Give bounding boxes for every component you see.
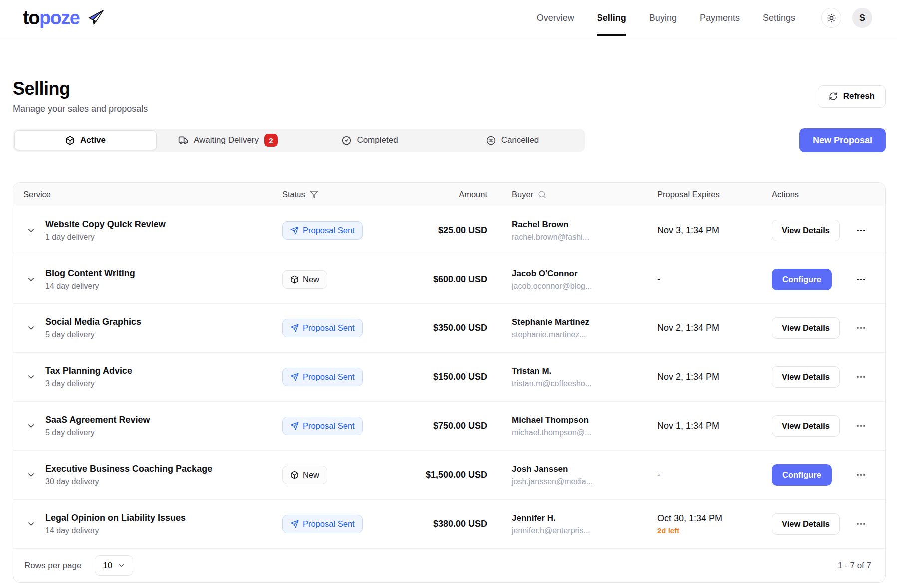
table-row: Tax Planning Advice 3 day delivery Propo… — [13, 353, 885, 402]
status-badge-label: Proposal Sent — [303, 226, 355, 235]
row-action-button[interactable]: View Details — [772, 513, 840, 535]
new-proposal-button[interactable]: New Proposal — [799, 128, 886, 152]
table-body: Website Copy Quick Review 1 day delivery… — [13, 206, 885, 549]
row-action-button[interactable]: View Details — [772, 415, 840, 437]
chevron-down-icon — [118, 562, 125, 569]
rows-per-page-select[interactable]: 10 — [95, 555, 133, 576]
page-title: Selling — [13, 78, 148, 99]
table-row: SaaS Agreement Review 5 day delivery Pro… — [13, 402, 885, 451]
more-actions-button[interactable] — [853, 222, 869, 239]
theme-toggle-button[interactable] — [821, 8, 841, 28]
more-actions-button[interactable] — [853, 516, 869, 532]
expand-row-button[interactable] — [24, 419, 38, 433]
send-icon — [290, 373, 299, 381]
buyer-name: Josh Janssen — [512, 464, 646, 474]
nav-item-selling[interactable]: Selling — [597, 0, 626, 36]
status-badge: Proposal Sent — [282, 368, 363, 386]
buyer-email: josh.janssen@media... — [512, 477, 646, 486]
brand-logo[interactable]: topoze — [23, 8, 104, 27]
expand-row-button[interactable] — [24, 468, 38, 482]
row-action-button[interactable]: Configure — [772, 269, 832, 290]
expand-row-button[interactable] — [24, 370, 38, 384]
ellipsis-icon — [856, 372, 866, 382]
service-delivery-time: 30 day delivery — [45, 477, 212, 486]
pagination-range: 1 - 7 of 7 — [838, 561, 871, 571]
table-header-row: Service Status Amount Buyer Proposal Exp… — [13, 183, 885, 206]
ellipsis-icon — [856, 225, 866, 236]
more-actions-button[interactable] — [853, 271, 869, 288]
ellipsis-icon — [856, 470, 866, 480]
buyer-name: Stephanie Martinez — [512, 317, 646, 327]
tab-awaiting-delivery[interactable]: Awaiting Delivery 2 — [157, 130, 299, 150]
ellipsis-icon — [856, 274, 866, 285]
buyer-email: tristan.m@coffeesho... — [512, 379, 646, 388]
user-avatar[interactable]: S — [852, 8, 872, 28]
send-icon — [290, 226, 299, 235]
column-header-amount: Amount — [395, 190, 500, 199]
proposal-expires: Oct 30, 1:34 PM — [657, 513, 760, 524]
buyer-name: Rachel Brown — [512, 220, 646, 230]
proposal-expires: - — [657, 274, 760, 285]
proposal-expires: Nov 2, 1:34 PM — [657, 323, 760, 333]
amount: $380.00 USD — [433, 519, 500, 529]
expand-row-button[interactable] — [24, 517, 38, 531]
service-name: Tax Planning Advice — [45, 366, 132, 376]
status-badge-label: Proposal Sent — [303, 372, 355, 382]
tab-active[interactable]: Active — [14, 130, 157, 150]
buyer-name: Jacob O'Connor — [512, 269, 646, 279]
proposal-expires: - — [657, 470, 760, 480]
buyer-email: rachel.brown@fashi... — [512, 233, 646, 242]
tab-completed[interactable]: Completed — [299, 130, 441, 150]
status-badge-label: Proposal Sent — [303, 519, 355, 529]
row-action-button[interactable]: Configure — [772, 464, 832, 486]
truck-icon — [178, 135, 188, 145]
page-subtitle: Manage your sales and proposals — [13, 104, 148, 114]
filter-icon[interactable] — [310, 190, 318, 199]
rows-per-page-label: Rows per page — [24, 561, 81, 571]
service-delivery-time: 14 day delivery — [45, 526, 186, 535]
package-icon — [290, 471, 299, 479]
service-delivery-time: 3 day delivery — [45, 379, 132, 388]
more-actions-button[interactable] — [853, 320, 869, 336]
tab-cancelled[interactable]: Cancelled — [441, 130, 584, 150]
proposal-expires: Nov 3, 1:34 PM — [657, 225, 760, 236]
amount: $600.00 USD — [433, 274, 500, 285]
expand-row-button[interactable] — [24, 273, 38, 286]
expand-row-button[interactable] — [24, 321, 38, 335]
nav-item-settings[interactable]: Settings — [763, 0, 795, 36]
refresh-button[interactable]: Refresh — [818, 85, 886, 108]
refresh-icon — [829, 92, 838, 101]
x-circle-icon — [486, 136, 496, 145]
nav-item-buying[interactable]: Buying — [649, 0, 677, 36]
service-name: Executive Business Coaching Package — [45, 464, 212, 474]
chevron-down-icon — [26, 226, 36, 235]
sun-icon — [827, 13, 836, 23]
status-tab-list: Active Awaiting Delivery 2 Completed Ca — [13, 129, 585, 152]
more-actions-button[interactable] — [853, 369, 869, 385]
buyer-name: Jennifer H. — [512, 513, 646, 523]
row-action-button[interactable]: View Details — [772, 317, 840, 339]
proposal-expires: Nov 1, 1:34 PM — [657, 421, 760, 431]
column-header-service: Service — [13, 190, 282, 199]
send-icon — [290, 324, 299, 332]
column-header-status: Status — [282, 190, 395, 199]
buyer-name: Tristan M. — [512, 366, 646, 376]
amount: $150.00 USD — [433, 372, 500, 382]
table-row: Blog Content Writing 14 day delivery New… — [13, 255, 885, 304]
nav-item-payments[interactable]: Payments — [700, 0, 740, 36]
nav-item-overview[interactable]: Overview — [537, 0, 574, 36]
chevron-down-icon — [26, 470, 36, 480]
row-action-button[interactable]: View Details — [772, 220, 840, 241]
status-badge-label: Proposal Sent — [303, 421, 355, 431]
service-name: Blog Content Writing — [45, 268, 135, 279]
more-actions-button[interactable] — [853, 467, 869, 483]
service-name: Legal Opinion on Liability Issues — [45, 513, 186, 523]
search-icon[interactable] — [538, 190, 546, 199]
row-action-button[interactable]: View Details — [772, 366, 840, 388]
package-icon — [65, 136, 75, 145]
status-badge: Proposal Sent — [282, 417, 363, 435]
expand-row-button[interactable] — [24, 224, 38, 237]
status-badge: New — [282, 466, 327, 484]
chevron-down-icon — [26, 421, 36, 431]
more-actions-button[interactable] — [853, 418, 869, 434]
